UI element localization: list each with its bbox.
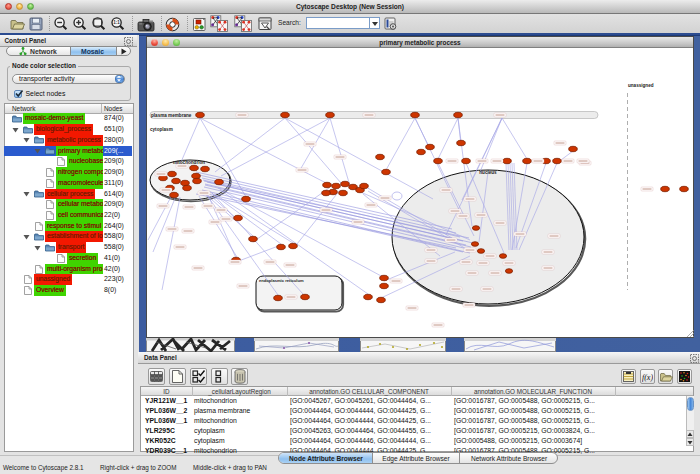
svg-text:f(x): f(x) bbox=[642, 373, 653, 382]
svg-text:mitochondrion: mitochondrion bbox=[173, 160, 205, 165]
svg-text:unassigned: unassigned bbox=[628, 83, 654, 88]
svg-text:plasma membrane: plasma membrane bbox=[151, 113, 192, 118]
svg-text:1:1: 1:1 bbox=[113, 20, 120, 25]
svg-text:endoplasmic reticulum: endoplasmic reticulum bbox=[259, 278, 304, 283]
svg-text:nucleus: nucleus bbox=[479, 170, 497, 175]
svg-text:cytoplasm: cytoplasm bbox=[150, 127, 173, 132]
